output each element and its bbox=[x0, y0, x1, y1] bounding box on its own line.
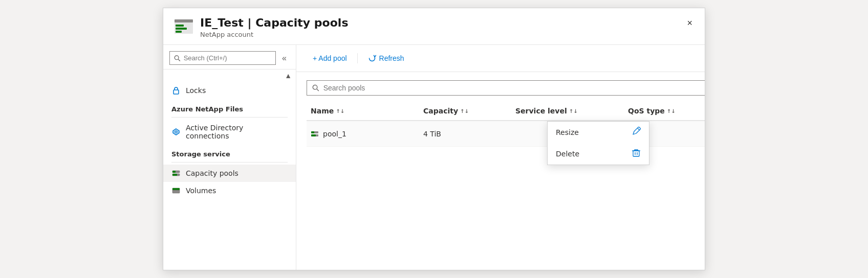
header: IE_Test | Capacity pools NetApp account … bbox=[163, 8, 705, 45]
sort-capacity-icon[interactable]: ↑↓ bbox=[460, 108, 469, 114]
toolbar-separator bbox=[357, 53, 358, 63]
svg-line-6 bbox=[178, 59, 180, 61]
svg-rect-1 bbox=[175, 19, 193, 22]
context-menu-item-delete[interactable]: Delete bbox=[548, 143, 649, 165]
nav-divider-1 bbox=[171, 117, 288, 118]
sidebar-search-input[interactable] bbox=[184, 54, 271, 62]
col-qos-type: QoS type ↑↓ bbox=[624, 105, 705, 117]
main-window: IE_Test | Capacity pools NetApp account … bbox=[163, 8, 705, 270]
sidebar-section-azure-netapp: Azure NetApp Files bbox=[163, 99, 296, 115]
sidebar-item-active-directory[interactable]: Active Directory connections bbox=[163, 120, 296, 144]
sidebar-search-area: « bbox=[163, 45, 296, 70]
pool-icon bbox=[311, 130, 319, 138]
toolbar: + Add pool Refresh bbox=[296, 45, 705, 72]
refresh-icon bbox=[368, 54, 376, 62]
content: Name ↑↓ Capacity ↑↓ Service level ↑↓ Q bbox=[296, 72, 705, 270]
scroll-up-area: ▲ bbox=[163, 70, 296, 82]
sidebar-nav: ▲ Locks Azure NetApp Files bbox=[163, 70, 296, 270]
delete-icon bbox=[632, 148, 641, 159]
svg-rect-11 bbox=[172, 171, 176, 173]
search-icon bbox=[174, 55, 181, 62]
table-header: Name ↑↓ Capacity ↑↓ Service level ↑↓ Q bbox=[307, 102, 705, 121]
sidebar-item-volumes-label: Volumes bbox=[186, 187, 216, 195]
svg-point-5 bbox=[175, 56, 179, 60]
resize-icon bbox=[632, 127, 641, 138]
cell-name: pool_1 bbox=[307, 121, 419, 146]
svg-rect-4 bbox=[176, 31, 182, 33]
collapse-sidebar-button[interactable]: « bbox=[279, 52, 290, 65]
context-menu: Resize Delete bbox=[547, 121, 649, 165]
svg-rect-24 bbox=[633, 151, 639, 156]
sort-name-icon[interactable]: ↑↓ bbox=[336, 108, 344, 114]
add-pool-label: + Add pool bbox=[313, 54, 347, 62]
refresh-button[interactable]: Refresh bbox=[362, 51, 410, 65]
add-pool-button[interactable]: + Add pool bbox=[307, 51, 353, 65]
pool-name: pool_1 bbox=[323, 130, 346, 138]
close-button[interactable]: × bbox=[683, 16, 697, 30]
sort-qos-icon[interactable]: ↑↓ bbox=[667, 108, 676, 114]
body: « ▲ Locks Azure NetApp bbox=[163, 45, 705, 270]
lock-icon bbox=[171, 86, 181, 95]
sidebar-item-capacity-pools-label: Capacity pools bbox=[186, 169, 238, 177]
svg-rect-15 bbox=[172, 188, 180, 190]
sidebar-item-capacity-pools[interactable]: Capacity pools bbox=[163, 165, 296, 182]
scroll-up-button[interactable]: ▲ bbox=[285, 72, 292, 80]
refresh-label: Refresh bbox=[379, 54, 404, 62]
sidebar-section-storage: Storage service bbox=[163, 144, 296, 160]
col-name: Name ↑↓ bbox=[307, 105, 419, 117]
netapp-icon bbox=[173, 16, 194, 37]
resize-label: Resize bbox=[556, 128, 579, 136]
svg-rect-13 bbox=[172, 174, 177, 176]
sidebar: « ▲ Locks Azure NetApp bbox=[163, 45, 296, 270]
volumes-icon bbox=[171, 186, 181, 195]
svg-point-17 bbox=[313, 85, 317, 90]
search-pools-input[interactable] bbox=[323, 84, 705, 92]
context-menu-item-resize[interactable]: Resize bbox=[548, 122, 649, 143]
svg-rect-2 bbox=[176, 25, 184, 27]
svg-line-18 bbox=[317, 89, 319, 91]
header-text: IE_Test | Capacity pools NetApp account bbox=[200, 16, 348, 38]
active-directory-icon bbox=[171, 127, 181, 136]
content-search-icon bbox=[312, 84, 319, 91]
cell-capacity: 4 TiB bbox=[419, 121, 511, 146]
delete-label: Delete bbox=[556, 150, 579, 158]
svg-line-23 bbox=[638, 128, 640, 130]
main-content: + Add pool Refresh bbox=[296, 45, 705, 270]
sidebar-item-locks-label: Locks bbox=[186, 86, 206, 95]
content-search-box[interactable] bbox=[307, 80, 705, 96]
page-title: IE_Test | Capacity pools bbox=[200, 16, 348, 30]
sort-service-icon[interactable]: ↑↓ bbox=[569, 108, 578, 114]
sidebar-item-locks[interactable]: Locks bbox=[163, 82, 296, 99]
svg-rect-22 bbox=[311, 134, 316, 136]
nav-divider-2 bbox=[171, 162, 288, 163]
sidebar-item-volumes[interactable]: Volumes bbox=[163, 182, 296, 199]
col-capacity: Capacity ↑↓ bbox=[419, 105, 511, 117]
svg-rect-3 bbox=[176, 28, 187, 30]
sidebar-search-box[interactable] bbox=[169, 51, 276, 65]
page-subtitle: NetApp account bbox=[200, 31, 348, 38]
capacity-pools-icon bbox=[171, 169, 181, 178]
content-area: Name ↑↓ Capacity ↑↓ Service level ↑↓ Q bbox=[296, 72, 705, 270]
svg-rect-20 bbox=[311, 131, 314, 133]
svg-rect-7 bbox=[173, 90, 179, 94]
sidebar-item-active-directory-label: Active Directory connections bbox=[186, 124, 288, 140]
col-service-level: Service level ↑↓ bbox=[511, 105, 624, 117]
